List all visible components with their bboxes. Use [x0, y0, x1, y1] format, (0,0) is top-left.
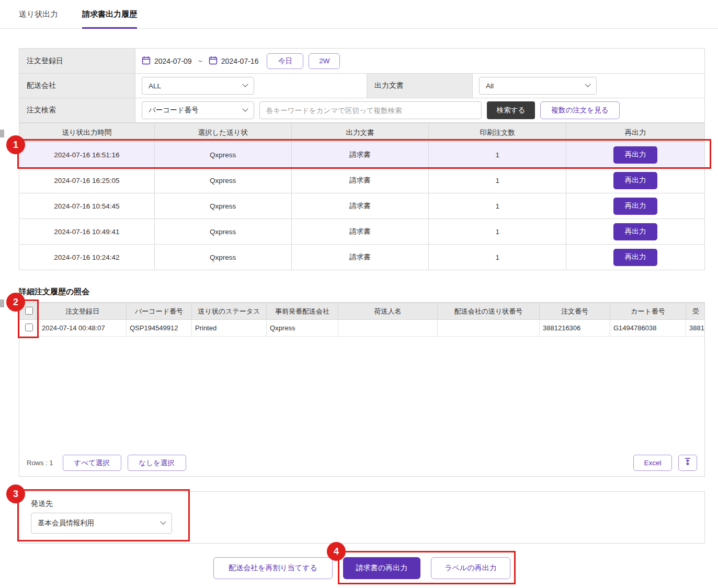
- table-row[interactable]: 2024-07-16 10:54:45 Qxpress 請求書 1 再出力: [19, 193, 705, 219]
- carrier-slip-number: [438, 320, 540, 337]
- sender-name: [338, 320, 438, 337]
- date-from-value: 2024-07-09: [154, 57, 192, 65]
- row-checkbox[interactable]: [25, 324, 33, 331]
- edge-artifact: [0, 130, 4, 137]
- edge-artifact: [0, 299, 4, 307]
- col-reprint: 再出力: [566, 123, 705, 142]
- selected-slip: Qxpress: [154, 142, 291, 168]
- col-printed-count: 印刷注文数: [429, 123, 566, 142]
- output-time: 2024-07-16 10:24:42: [19, 245, 155, 270]
- reprint-button[interactable]: 再出力: [613, 223, 657, 240]
- cart-number: G1494786038: [610, 320, 686, 337]
- date-to-field[interactable]: 2024-07-16: [209, 56, 259, 66]
- order-date-label: 注文登録日: [19, 49, 135, 73]
- list-item[interactable]: 2024-07-14 00:48:07 QSP194549912 Printed…: [20, 320, 705, 337]
- clipped-cell: 38812: [686, 320, 705, 337]
- row-height-toggle-button[interactable]: [678, 455, 697, 471]
- slip-status: Printed: [192, 320, 267, 337]
- output-document-label: 出力文書: [367, 74, 473, 98]
- col-output-document: 出力文書: [291, 123, 429, 142]
- output-document: 請求書: [291, 245, 429, 270]
- selected-slip: Qxpress: [154, 245, 291, 270]
- calendar-icon: [142, 56, 151, 66]
- col-clipped: 受: [686, 303, 705, 320]
- col-output-time: 送り状出力時間: [19, 123, 155, 142]
- excel-export-button[interactable]: Excel: [633, 455, 672, 471]
- printed-count: 1: [429, 193, 566, 219]
- calendar-icon: [209, 56, 218, 66]
- filter-row-order-date: 注文登録日 2024-07-09 ~ 2024-07-16 今日 2W: [19, 49, 704, 73]
- vertical-arrows-icon: [684, 458, 691, 468]
- table-row[interactable]: 2024-07-16 16:25:05 Qxpress 請求書 1 再出力: [19, 168, 705, 193]
- printed-count: 1: [429, 142, 566, 168]
- shipping-destination-value: 基本会員情報利用: [38, 518, 94, 528]
- reprint-button[interactable]: 再出力: [613, 198, 657, 215]
- col-order-reg-date: 注文登録日: [39, 303, 127, 320]
- col-sender-name: 荷送人名: [338, 303, 438, 320]
- table-row[interactable]: 2024-07-16 10:24:42 Qxpress 請求書 1 再出力: [19, 245, 705, 270]
- col-cart-number: カート番号: [610, 303, 686, 320]
- invoice-history-table: 送り状出力時間 選択した送り状 出力文書 印刷注文数 再出力 2024-07-1…: [19, 123, 705, 270]
- search-button[interactable]: 検索する: [487, 101, 535, 119]
- output-time: 2024-07-16 10:54:45: [19, 193, 155, 219]
- view-multiple-orders-button[interactable]: 複数の注文を見る: [540, 101, 620, 119]
- search-type-select-value: バーコード番号: [149, 106, 198, 115]
- output-document: 請求書: [291, 193, 429, 219]
- selected-slip: Qxpress: [154, 219, 291, 245]
- output-document: 請求書: [291, 219, 429, 245]
- select-none-button[interactable]: なしを選択: [128, 455, 186, 471]
- bottom-actions: 配送会社を再割り当てする 請求書の再出力 ラベルの再出力: [19, 557, 705, 579]
- carrier-select[interactable]: ALL: [142, 77, 254, 95]
- order-search-label: 注文検索: [19, 98, 135, 122]
- history-header-row: 送り状出力時間 選択した送り状 出力文書 印刷注文数 再出力: [19, 123, 705, 142]
- date-to-value: 2024-07-16: [221, 57, 259, 65]
- today-button[interactable]: 今日: [267, 53, 303, 69]
- table-row[interactable]: 2024-07-16 16:51:16 Qxpress 請求書 1 再出力: [19, 142, 705, 168]
- select-all-button[interactable]: すべて選択: [63, 455, 121, 471]
- filter-row-carrier: 配送会社 ALL 出力文書 All: [19, 73, 704, 98]
- filter-row-order-search: 注文検索 バーコード番号 検索する 複数の注文を見る: [19, 98, 704, 122]
- tab-invoice-output-history[interactable]: 請求書出力履歴: [82, 0, 137, 29]
- tab-bar: 送り状出力 請求書出力履歴: [0, 0, 718, 29]
- col-barcode: バーコード番号: [127, 303, 192, 320]
- printed-count: 1: [429, 245, 566, 270]
- output-document-select-value: All: [486, 82, 494, 90]
- tab-shipping-label-output[interactable]: 送り状出力: [19, 0, 58, 29]
- col-slip-status: 送り状のステータス: [192, 303, 267, 320]
- output-document: 請求書: [291, 168, 429, 193]
- date-from-field[interactable]: 2024-07-09: [142, 56, 192, 66]
- select-all-checkbox[interactable]: [25, 307, 33, 315]
- shipping-destination-select[interactable]: 基本会員情報利用: [31, 513, 172, 534]
- output-document-select[interactable]: All: [479, 77, 597, 95]
- order-reg-date: 2024-07-14 00:48:07: [39, 320, 127, 337]
- detail-footer: Rows : 1 すべて選択 なしを選択 Excel: [19, 449, 704, 476]
- chevron-down-icon: [242, 106, 248, 112]
- date-separator: ~: [198, 57, 202, 65]
- pre-assigned-carrier: Qxpress: [267, 320, 338, 337]
- two-week-button[interactable]: 2W: [309, 53, 340, 69]
- reprint-label-button[interactable]: ラベルの再出力: [431, 557, 510, 579]
- shipping-destination-panel: 発送先 基本会員情報利用: [19, 491, 705, 544]
- selected-slip: Qxpress: [154, 193, 291, 219]
- detail-order-table: 注文登録日 バーコード番号 送り状のステータス 事前発番配送会社 荷送人名 配送…: [19, 303, 705, 337]
- carrier-select-value: ALL: [149, 82, 161, 90]
- reprint-button[interactable]: 再出力: [613, 249, 657, 266]
- detail-header-row: 注文登録日 バーコード番号 送り状のステータス 事前発番配送会社 荷送人名 配送…: [20, 303, 705, 320]
- carrier-label: 配送会社: [19, 74, 135, 98]
- reprint-button[interactable]: 再出力: [613, 146, 657, 164]
- reprint-button[interactable]: 再出力: [613, 172, 657, 189]
- order-number: 3881216306: [540, 320, 610, 337]
- search-type-select[interactable]: バーコード番号: [142, 101, 254, 119]
- filter-panel: 注文登録日 2024-07-09 ~ 2024-07-16 今日 2W 配送会社: [19, 48, 705, 123]
- output-time: 2024-07-16 16:51:16: [19, 142, 155, 168]
- rows-count: Rows : 1: [27, 459, 53, 467]
- keyword-search-input[interactable]: [259, 101, 482, 119]
- detail-section-title: 詳細注文履歴の照会: [19, 287, 705, 297]
- detail-order-history-panel: 注文登録日 バーコード番号 送り状のステータス 事前発番配送会社 荷送人名 配送…: [19, 302, 705, 477]
- output-time: 2024-07-16 10:49:41: [19, 219, 155, 245]
- reprint-invoice-button[interactable]: 請求書の再出力: [343, 557, 420, 579]
- table-row[interactable]: 2024-07-16 10:49:41 Qxpress 請求書 1 再出力: [19, 219, 705, 245]
- selected-slip: Qxpress: [154, 168, 291, 193]
- shipping-destination-label: 発送先: [31, 499, 693, 509]
- reassign-carrier-button[interactable]: 配送会社を再割り当てする: [213, 557, 333, 579]
